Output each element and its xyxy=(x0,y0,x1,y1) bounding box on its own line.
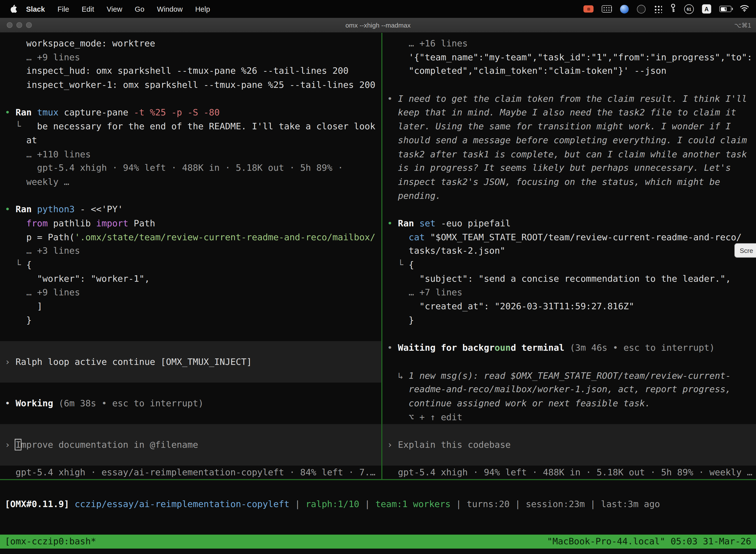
terminal-line: › Explain this codebase xyxy=(382,438,756,452)
dots-grid-icon[interactable] xyxy=(654,5,662,13)
terminal-line: '{"team_name":"my-team","task_id":"1","f… xyxy=(382,51,756,64)
terminal-line: gpt-5.4 xhigh · 94% left · 488K in · 5.1… xyxy=(382,466,756,479)
terminal-line: "subject": "send a concise recommendatio… xyxy=(382,272,756,286)
output-block: gpt-5.4 xhigh · essay/ai-reimplementatio… xyxy=(0,466,381,479)
terminal-line: gpt-5.4 xhigh · 94% left · 488K in · 5.1… xyxy=(0,161,381,175)
window-title-bar: omx --xhigh --madmax ⌥⌘1 xyxy=(0,18,756,33)
terminal-line: inspect_worker-1: omx sparkshell --tmux-… xyxy=(0,78,381,92)
right-pane[interactable]: … +16 lines '{"team_name":"my-team","tas… xyxy=(382,33,756,479)
wifi-icon[interactable] xyxy=(740,4,749,13)
terminal-line: • Waiting for background terminal (3m 46… xyxy=(382,341,756,355)
terminal-line: } xyxy=(382,314,756,327)
terminal-line: › Improve documentation in @filename xyxy=(0,438,381,452)
terminal-line: └ { xyxy=(382,258,756,272)
terminal-line: cat "$OMX_TEAM_STATE_ROOT/team/review-cu… xyxy=(382,230,756,244)
terminal-line: keep that in mind. Maybe I also need the… xyxy=(382,106,756,120)
menu-items: FileEditViewGoWindowHelp xyxy=(58,5,210,13)
key-icon[interactable] xyxy=(670,3,676,15)
output-block: … +16 lines '{"team_name":"my-team","tas… xyxy=(382,37,756,424)
menu-item-file[interactable]: File xyxy=(58,5,69,13)
terminal-line xyxy=(382,327,756,341)
terminal-line: should send a message before completing … xyxy=(382,133,756,148)
terminal-line: inspect task2's JSON, focusing on the st… xyxy=(382,175,756,189)
dark-circle-app-icon[interactable] xyxy=(637,4,646,13)
terminal-line: tasks/task-2.json" xyxy=(382,244,756,258)
terminal-line: … +110 lines xyxy=(0,148,381,161)
terminal-line xyxy=(0,410,381,424)
apple-menu-icon[interactable] xyxy=(10,4,17,13)
blue-app-icon[interactable] xyxy=(620,4,629,13)
terminal-line: … +16 lines xyxy=(382,37,756,51)
terminal-line: • I need to get the claim token from the… xyxy=(382,92,756,106)
terminal-line: … +3 lines xyxy=(0,244,381,258)
terminal-line: ⌥ + ↑ edit xyxy=(382,410,756,424)
tmux-host-and-time: "MacBook-Pro-44.local" 05:03 31-Mar-26 xyxy=(547,535,751,549)
terminal-line: at xyxy=(0,133,381,148)
window-controls xyxy=(7,22,32,28)
terminal-line xyxy=(382,203,756,217)
omx-status-line: [OMX#0.11.9] cczip/essay/ai-reimplementa… xyxy=(0,480,756,511)
desktop: Slack FileEditViewGoWindowHelp 61 A xyxy=(0,0,756,554)
terminal-line: inspect_hud: omx sparkshell --tmux-pane … xyxy=(0,64,381,78)
terminal-line: • Ran tmux capture-pane -t %25 -p -S -80 xyxy=(0,106,381,120)
prompt-band[interactable]: › Explain this codebase xyxy=(382,424,756,466)
tmux-session-info: [omx-cczip0:bash* xyxy=(5,535,96,549)
terminal-line xyxy=(382,355,756,369)
output-block: • Working (6m 38s • esc to interrupt) xyxy=(0,383,381,424)
terminal-line xyxy=(0,327,381,341)
battery-percent-value: 61 xyxy=(687,6,691,11)
prompt-band[interactable]: › Improve documentation in @filename xyxy=(0,424,381,466)
terminal-line: • Ran set -euo pipefail xyxy=(382,217,756,231)
terminal-line: workspace_mode: worktree xyxy=(0,37,381,51)
omx-status-pane: [OMX#0.11.9] cczip/essay/ai-reimplementa… xyxy=(0,480,756,535)
menu-item-help[interactable]: Help xyxy=(195,5,210,13)
minimize-button[interactable] xyxy=(16,22,22,28)
terminal-line xyxy=(0,383,381,397)
terminal-line: "completed","claim_token":"claim-token"}… xyxy=(382,64,756,78)
terminal-line: pending. xyxy=(382,189,756,203)
terminal-line: is in progress? It seems likely but perh… xyxy=(382,161,756,175)
battery-percent-icon[interactable]: 61 xyxy=(684,4,694,14)
terminal-line: continue assigned work or next feasible … xyxy=(382,397,756,410)
terminal-line: └ { xyxy=(0,258,381,272)
terminal-line: readme-and-reco/mailbox/worker-1.json, a… xyxy=(382,383,756,397)
terminal-line: • Ran python3 - <<'PY' xyxy=(0,203,381,217)
menu-bar: Slack FileEditViewGoWindowHelp 61 A xyxy=(0,0,756,18)
terminal-line: ↳ 1 new msg(s): read $OMX_TEAM_STATE_ROO… xyxy=(382,369,756,383)
terminal-line: task2 after task1 is complete, but can I… xyxy=(382,148,756,161)
screen-recording-indicator-icon[interactable] xyxy=(583,5,593,12)
terminal-line: weekly … xyxy=(0,175,381,189)
app-menu-slack[interactable]: Slack xyxy=(26,5,45,13)
terminal-line xyxy=(382,78,756,92)
menu-item-go[interactable]: Go xyxy=(135,5,144,13)
window-shortcut-hint: ⌥⌘1 xyxy=(734,21,751,29)
terminal-line: • Working (6m 38s • esc to interrupt) xyxy=(0,397,381,410)
zoom-button[interactable] xyxy=(26,22,32,28)
left-pane[interactable]: workspace_mode: worktree … +9 lines insp… xyxy=(0,33,381,479)
menu-item-view[interactable]: View xyxy=(107,5,122,13)
terminal-line: "worker": "worker-1", xyxy=(0,272,381,286)
terminal-line: └ be necessary for the end of the README… xyxy=(0,120,381,133)
output-block: workspace_mode: worktree … +9 lines insp… xyxy=(0,37,381,341)
prompt-band[interactable]: › Ralph loop active continue [OMX_TMUX_I… xyxy=(0,341,381,383)
battery-icon[interactable] xyxy=(719,6,732,12)
terminal-line: … +9 lines xyxy=(0,286,381,300)
keyboard-grid-icon[interactable] xyxy=(602,5,612,12)
menu-item-window[interactable]: Window xyxy=(157,5,183,13)
terminal-line: "created_at": "2026-03-31T11:59:27.816Z" xyxy=(382,299,756,314)
tmux-status-bar: [omx-cczip0:bash* "MacBook-Pro-44.local"… xyxy=(0,535,756,549)
terminal-line: from pathlib import Path xyxy=(0,217,381,231)
menu-item-edit[interactable]: Edit xyxy=(82,5,94,13)
input-source-icon[interactable]: A xyxy=(702,4,711,13)
terminal-line: … +9 lines xyxy=(0,51,381,64)
terminal-line xyxy=(0,92,381,106)
terminal-line: gpt-5.4 xhigh · essay/ai-reimplementatio… xyxy=(0,466,381,479)
terminal-line: } xyxy=(0,314,381,327)
terminal-line: ] xyxy=(0,299,381,314)
terminal-line: later. Using the same for transition mig… xyxy=(382,120,756,133)
screenshot-toast[interactable]: Scre xyxy=(735,243,756,258)
terminal-line: p = Path('.omx/state/team/review-current… xyxy=(0,230,381,244)
terminal-line xyxy=(0,189,381,203)
close-button[interactable] xyxy=(7,22,12,28)
window-title: omx --xhigh --madmax xyxy=(345,21,411,29)
